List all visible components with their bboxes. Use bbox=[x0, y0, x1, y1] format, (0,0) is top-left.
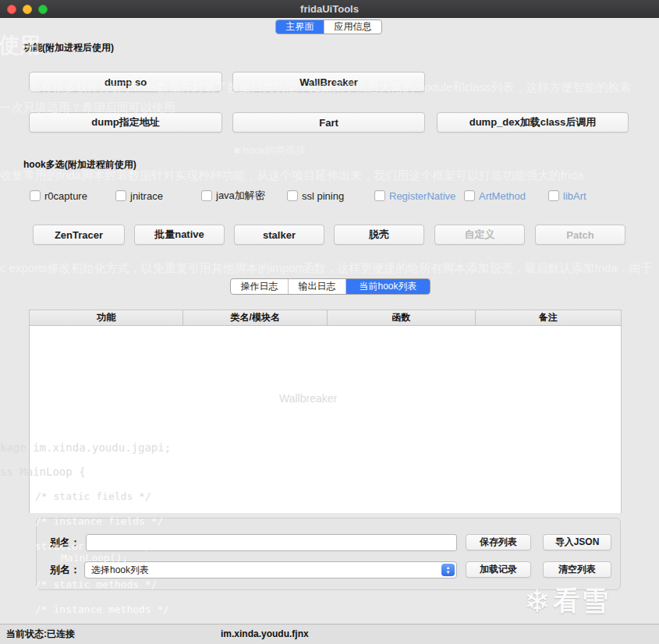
stalker-button[interactable]: stalker bbox=[234, 225, 324, 245]
tab-operation-log[interactable]: 操作日志 bbox=[231, 279, 289, 294]
checkbox-label: java加解密 bbox=[216, 189, 265, 203]
ghost-text: ■ hook的类选择 bbox=[234, 143, 306, 157]
ghost-text: /* instance methods */ bbox=[35, 603, 169, 615]
table-header-cell: 备注 bbox=[476, 310, 622, 325]
checkbox-label: ArtMethod bbox=[479, 190, 526, 202]
main-tabs: 主界面 应用信息 bbox=[275, 19, 382, 34]
checkbox-box bbox=[374, 190, 385, 201]
checkbox-label: RegisterNative bbox=[389, 190, 455, 202]
checkbox-label: r0capture bbox=[44, 190, 87, 202]
batch-native-button[interactable]: 批量native bbox=[134, 225, 225, 245]
checkbox-box bbox=[464, 190, 475, 201]
unpack-button[interactable]: 脱壳 bbox=[334, 225, 424, 245]
checkbox-label: jnitrace bbox=[130, 190, 163, 202]
save-list-button[interactable]: 保存列表 bbox=[466, 534, 531, 550]
alias-input[interactable] bbox=[86, 534, 457, 551]
hook-list-select-value: 选择hook列表 bbox=[91, 564, 149, 577]
checkbox-label: libArt bbox=[563, 190, 586, 202]
status-bar: 当前状态:已连接 im.xinda.youdu.fjnx bbox=[0, 624, 659, 644]
section-label-functions: 功能(附加进程后使用) bbox=[23, 41, 114, 55]
load-record-button[interactable]: 加载记录 bbox=[466, 561, 531, 578]
table-header-cell: 功能 bbox=[30, 310, 183, 325]
checkbox-box bbox=[115, 190, 126, 201]
package-name: im.xinda.youdu.fjnx bbox=[221, 625, 309, 644]
zentracer-button[interactable]: ZenTracer bbox=[33, 225, 125, 245]
log-tabs: 操作日志 输出日志 当前hook列表 bbox=[230, 278, 430, 295]
table-header-cell: 函数 bbox=[328, 310, 476, 325]
checkbox-box bbox=[287, 190, 298, 201]
wallbreaker-button[interactable]: WallBreaker bbox=[232, 72, 425, 92]
table-header-cell: 类名/模块名 bbox=[183, 310, 328, 325]
clear-list-button[interactable]: 清空列表 bbox=[543, 561, 611, 578]
hook-list-form bbox=[36, 518, 621, 590]
section-label-hooks: hook多选(附加进程前使用) bbox=[23, 158, 136, 172]
checkbox-box bbox=[30, 190, 41, 201]
custom-button: 自定义 bbox=[434, 225, 525, 245]
checkbox-box bbox=[201, 190, 212, 201]
checkbox-label: ssl pining bbox=[302, 190, 344, 202]
ghost-text: c exports修改初始化方式，以免重复引用其他脚本的import函数，这样更… bbox=[0, 261, 653, 276]
dump-address-button[interactable]: dump指定地址 bbox=[29, 112, 222, 133]
titlebar: fridaUiTools bbox=[0, 0, 659, 18]
table-header: 功能 类名/模块名 函数 备注 bbox=[30, 310, 621, 326]
checkbox-r0capture[interactable]: r0capture bbox=[30, 189, 87, 202]
alias-label: 别名： bbox=[50, 534, 80, 551]
dump-dex-button[interactable]: dump_dex加载class后调用 bbox=[437, 112, 629, 133]
dump-so-button[interactable]: dump so bbox=[29, 72, 222, 92]
hook-list-select[interactable]: 选择hook列表 ▲▼ bbox=[84, 561, 457, 579]
checkbox-artmethod[interactable]: ArtMethod bbox=[464, 189, 526, 202]
stepper-icon: ▲▼ bbox=[441, 564, 455, 576]
tab-app-info[interactable]: 应用信息 bbox=[324, 20, 381, 34]
checkbox-box bbox=[548, 190, 559, 201]
checkbox-java-crypto[interactable]: java加解密 bbox=[201, 189, 265, 202]
table-body bbox=[30, 326, 621, 513]
checkbox-registernative[interactable]: RegisterNative bbox=[374, 189, 455, 202]
alias-label-2: 别名： bbox=[50, 561, 80, 579]
checkbox-ssl-pining[interactable]: ssl pining bbox=[287, 189, 344, 202]
hook-table: 功能 类名/模块名 函数 备注 bbox=[29, 310, 622, 513]
tab-main[interactable]: 主界面 bbox=[276, 20, 324, 34]
patch-button: Patch bbox=[535, 225, 625, 245]
tab-current-hook-list[interactable]: 当前hook列表 bbox=[346, 279, 430, 294]
import-json-button[interactable]: 导入JSON bbox=[543, 534, 611, 550]
window-title: fridaUiTools bbox=[0, 0, 659, 18]
checkbox-libart[interactable]: libArt bbox=[548, 189, 586, 202]
frida-ui-tools-window: fridaUiTools 主界面 应用信息 功能(附加进程后使用) dump s… bbox=[0, 0, 659, 644]
fart-button[interactable]: Fart bbox=[232, 112, 425, 133]
tab-output-log[interactable]: 输出日志 bbox=[289, 279, 346, 294]
checkbox-jnitrace[interactable]: jnitrace bbox=[115, 189, 163, 202]
connection-status: 当前状态:已连接 bbox=[6, 625, 75, 644]
